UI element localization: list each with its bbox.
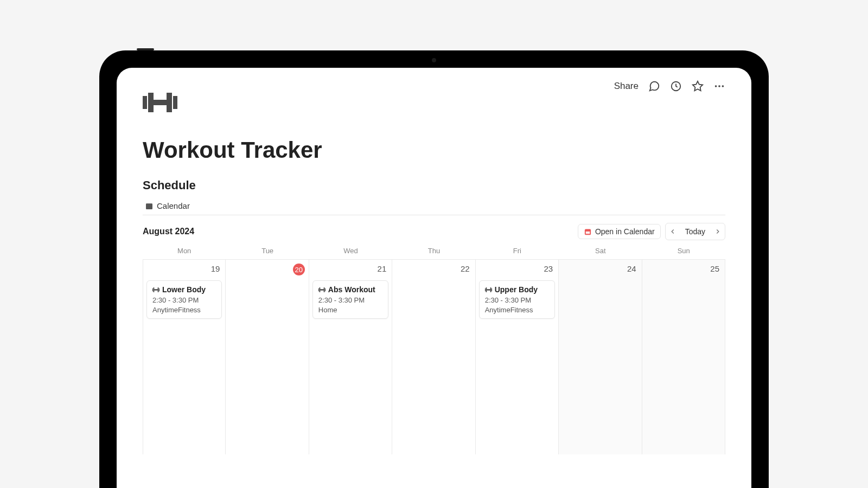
dumbbell-icon bbox=[485, 286, 492, 293]
section-title: Schedule bbox=[143, 178, 725, 192]
event-card[interactable]: Abs Workout2:30 - 3:30 PMHome bbox=[312, 280, 388, 319]
tab-calendar[interactable]: Calendar bbox=[143, 200, 192, 211]
calendar-header: August 2024 Open in Calendar Today bbox=[143, 223, 725, 240]
event-time: 2:30 - 3:30 PM bbox=[152, 296, 216, 304]
day-number: 25 bbox=[710, 264, 719, 273]
day-cell[interactable]: 22 bbox=[392, 260, 475, 454]
svg-rect-6 bbox=[154, 100, 167, 105]
dumbbell-icon bbox=[152, 286, 159, 293]
event-card[interactable]: Lower Body2:30 - 3:30 PMAnytimeFitness bbox=[146, 280, 222, 319]
event-location: AnytimeFitness bbox=[152, 306, 216, 314]
day-cell[interactable]: 20 bbox=[226, 260, 309, 454]
day-cell[interactable]: 24 bbox=[559, 260, 642, 454]
day-number: 24 bbox=[627, 264, 636, 273]
calendar-app-icon bbox=[584, 228, 592, 236]
svg-rect-19 bbox=[159, 288, 159, 291]
svg-rect-28 bbox=[490, 287, 491, 292]
svg-rect-27 bbox=[487, 289, 490, 290]
event-title: Upper Body bbox=[485, 285, 549, 294]
svg-rect-9 bbox=[146, 203, 152, 209]
event-title: Abs Workout bbox=[318, 285, 382, 294]
svg-rect-22 bbox=[320, 289, 324, 290]
svg-rect-21 bbox=[319, 287, 320, 292]
svg-rect-26 bbox=[486, 287, 487, 292]
event-time: 2:30 - 3:30 PM bbox=[485, 296, 549, 304]
day-number-today: 20 bbox=[293, 264, 305, 275]
event-time: 2:30 - 3:30 PM bbox=[318, 296, 382, 304]
device-frame: Share bbox=[99, 50, 769, 488]
svg-rect-23 bbox=[324, 287, 325, 292]
svg-rect-11 bbox=[149, 205, 150, 206]
svg-rect-12 bbox=[151, 205, 151, 206]
svg-rect-4 bbox=[143, 96, 147, 109]
chevron-left-icon bbox=[669, 228, 676, 235]
day-number: 19 bbox=[211, 264, 220, 273]
history-icon[interactable] bbox=[670, 80, 682, 92]
comments-icon[interactable] bbox=[648, 80, 660, 92]
svg-rect-25 bbox=[485, 288, 486, 291]
day-number: 21 bbox=[378, 264, 387, 273]
next-week-button[interactable] bbox=[711, 223, 725, 240]
weekday-label: Sun bbox=[642, 247, 725, 259]
weekday-label: Thu bbox=[392, 247, 475, 259]
today-button[interactable]: Today bbox=[680, 223, 711, 240]
weekday-headers: MonTueWedThuFriSatSun bbox=[143, 247, 725, 259]
svg-rect-8 bbox=[173, 96, 177, 109]
chevron-right-icon bbox=[714, 228, 722, 235]
weekday-label: Sat bbox=[559, 247, 642, 259]
day-number: 22 bbox=[461, 264, 470, 273]
svg-rect-7 bbox=[167, 93, 172, 112]
svg-point-3 bbox=[722, 85, 724, 87]
svg-rect-5 bbox=[148, 93, 154, 112]
dumbbell-icon bbox=[318, 286, 326, 293]
svg-point-2 bbox=[718, 85, 720, 87]
tab-calendar-label: Calendar bbox=[157, 201, 190, 210]
month-label: August 2024 bbox=[143, 227, 194, 236]
event-title: Lower Body bbox=[152, 285, 216, 294]
open-in-calendar-label: Open in Calendar bbox=[595, 227, 655, 236]
event-location: AnytimeFitness bbox=[485, 306, 549, 314]
svg-rect-14 bbox=[586, 231, 590, 233]
page-icon-dumbbell bbox=[143, 92, 725, 115]
svg-rect-15 bbox=[152, 288, 153, 291]
view-tabs: Calendar bbox=[143, 200, 725, 215]
more-icon[interactable] bbox=[713, 80, 725, 92]
event-location: Home bbox=[318, 306, 382, 314]
weekday-label: Wed bbox=[309, 247, 392, 259]
day-number: 23 bbox=[544, 264, 553, 273]
svg-rect-29 bbox=[492, 288, 492, 291]
calendar-icon bbox=[145, 202, 154, 210]
svg-point-1 bbox=[715, 85, 717, 87]
day-cell[interactable]: 19Lower Body2:30 - 3:30 PMAnytimeFitness bbox=[143, 260, 226, 454]
svg-rect-18 bbox=[158, 287, 159, 292]
calendar-days-row: 19Lower Body2:30 - 3:30 PMAnytimeFitness… bbox=[143, 259, 725, 454]
page-title: Workout Tracker bbox=[143, 137, 725, 163]
svg-rect-24 bbox=[325, 288, 326, 291]
day-cell[interactable]: 23Upper Body2:30 - 3:30 PMAnytimeFitness bbox=[476, 260, 559, 454]
open-in-calendar-button[interactable]: Open in Calendar bbox=[578, 224, 661, 239]
weekday-label: Fri bbox=[476, 247, 559, 259]
star-icon[interactable] bbox=[692, 80, 704, 92]
weekday-label: Mon bbox=[143, 247, 226, 259]
day-cell[interactable]: 25 bbox=[642, 260, 725, 454]
app-screen: Share bbox=[117, 68, 751, 488]
weekday-label: Tue bbox=[226, 247, 309, 259]
svg-rect-10 bbox=[147, 205, 148, 206]
svg-rect-17 bbox=[154, 289, 158, 290]
event-card[interactable]: Upper Body2:30 - 3:30 PMAnytimeFitness bbox=[479, 280, 555, 319]
prev-week-button[interactable] bbox=[666, 223, 680, 240]
share-button[interactable]: Share bbox=[614, 81, 639, 92]
day-cell[interactable]: 21Abs Workout2:30 - 3:30 PMHome bbox=[309, 260, 392, 454]
svg-rect-16 bbox=[154, 287, 155, 292]
svg-rect-20 bbox=[318, 288, 319, 291]
